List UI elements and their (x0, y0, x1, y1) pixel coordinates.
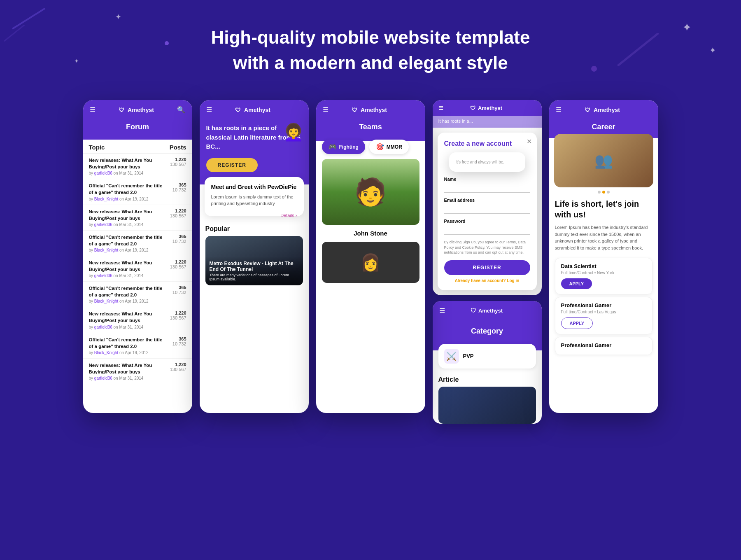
dot-1 (598, 191, 601, 194)
forum-row: Official "Can't remember the title of a … (83, 333, 192, 359)
modal-bg-text: It has roots in a... (433, 116, 542, 128)
apply-button-2[interactable]: APPLY (561, 317, 593, 329)
brand-logo: 🛡 Amethyst (235, 107, 270, 113)
shield-icon: 🛡 (119, 107, 124, 113)
tab-fighting[interactable]: 🎮 Fighting (322, 140, 365, 154)
pvp-icon: ⚔️ (444, 349, 459, 364)
player-image: 🧑 (322, 159, 419, 225)
modal-title: Create a new account (444, 140, 530, 147)
brand-logo: 🛡 Amethyst (471, 308, 503, 314)
phone1-header: ☰ 🛡 Amethyst 🔍 (83, 100, 192, 119)
career-tagline: Life is short, let's join with us! (549, 197, 658, 222)
article-section-title: Article (433, 373, 542, 387)
category-item-pvp: ⚔️ PVP (438, 344, 536, 369)
forum-row: New releases: What Are You Buying/Post y… (83, 205, 192, 231)
shield-icon: 🛡 (235, 107, 241, 113)
modal-login-text: Already have an account? Log in (444, 278, 530, 283)
search-icon[interactable]: 🔍 (177, 106, 185, 114)
apply-button-1[interactable]: APPLY (561, 278, 592, 289)
career-banner-image: 👥 (554, 134, 653, 187)
job-meta-2: Full time/Contract • Las Vegas (561, 310, 646, 314)
register-modal: ✕ Create a new account It's free and alw… (438, 133, 537, 290)
email-label: Email address (444, 198, 530, 203)
hamburger-icon[interactable]: ☰ (438, 105, 443, 111)
name-label: Name (444, 177, 530, 182)
phones-showcase: ☰ 🛡 Amethyst 🔍 Forum Topic Posts New rel… (0, 92, 741, 448)
job-card-1: Data Scientist Full time/Contract • New … (555, 258, 652, 294)
hamburger-icon[interactable]: ☰ (90, 106, 96, 114)
forum-table-header: Topic Posts (83, 140, 192, 154)
name-field: Name (444, 177, 530, 198)
job-card-3: Professional Gamer (555, 337, 652, 355)
dot-2 (602, 191, 605, 194)
phone-blog: ☰ 🛡 Amethyst It has roots in a piece of … (200, 100, 309, 413)
brand-logo: 🛡 Amethyst (470, 105, 502, 111)
phone-teams: ☰ 🛡 Amethyst Teams 🎮 Fighting 🎯 MMOR 🧑 (316, 100, 425, 413)
email-field: Email address (444, 198, 530, 219)
forum-row: Official "Can't remember the title of a … (83, 231, 192, 256)
player-name: John Stone (316, 228, 425, 240)
modal-bg-header: ☰ 🛡 Amethyst (433, 100, 542, 116)
hero-section: High-quality mobile website template wit… (0, 0, 741, 92)
hamburger-icon[interactable]: ☰ (556, 106, 562, 114)
phone-category: ☰ 🛡 Amethyst Category ⚔️ PVP Article (433, 301, 542, 424)
career-description: Lorem Ipsum has been the industry's stan… (549, 222, 658, 255)
modal-subtitle: It's free and always will be. (449, 152, 525, 172)
modal-close-button[interactable]: ✕ (527, 138, 532, 145)
forum-title: Forum (83, 119, 192, 140)
phone-career: ☰ 🛡 Amethyst Career 👥 Life is short, let… (549, 100, 658, 413)
article-image (438, 387, 536, 424)
hamburger-icon[interactable]: ☰ (206, 106, 212, 114)
player-silhouette: 🧑 (322, 159, 419, 225)
job-title-3: Professional Gamer (561, 342, 646, 348)
shield-icon: 🛡 (471, 308, 476, 314)
details-link[interactable]: Details › (280, 213, 297, 218)
teams-tabs: 🎮 Fighting 🎯 MMOR (316, 135, 425, 154)
phone2-header: ☰ 🛡 Amethyst (200, 100, 309, 119)
phone-stack-4: ☰ 🛡 Amethyst It has roots in a... ✕ Crea… (433, 100, 542, 424)
brand-logo: 🛡 Amethyst (585, 107, 620, 113)
category-section-title: Category (433, 327, 542, 342)
job-title-1: Data Scientist (561, 263, 646, 269)
fighting-icon: 🎮 (329, 143, 337, 151)
hero-title: High-quality mobile website template wit… (8, 25, 733, 75)
brand-logo: 🛡 Amethyst (352, 107, 387, 113)
player-image-2: 👩 (322, 242, 419, 283)
carousel-dots (549, 187, 658, 197)
phone-register: ☰ 🛡 Amethyst It has roots in a... ✕ Crea… (433, 100, 542, 295)
password-input[interactable] (444, 224, 530, 235)
job-meta-1: Full time/Contract • New York (561, 271, 646, 275)
forum-body: Topic Posts New releases: What Are You B… (83, 140, 192, 384)
password-field: Password (444, 219, 530, 240)
shield-icon: 🛡 (352, 107, 357, 113)
blog-card: Meet and Greet with PewDiePie Lorem Ipsu… (205, 177, 304, 216)
forum-row: New releases: What Are You Buying/Post y… (83, 256, 192, 282)
tos-text: By clicking Sign Up, you agree to our Te… (444, 240, 530, 255)
blog-header-content: It has roots in a piece of classical Lat… (200, 119, 309, 184)
avatar-decoration: 👩‍🦱 (283, 123, 304, 142)
forum-row: New releases: What Are You Buying/Post y… (83, 359, 192, 384)
forum-row: Official "Can't remember the title of a … (83, 282, 192, 307)
blog-card-body: Lorem Ipsum is simply dummy text of the … (211, 194, 297, 207)
hamburger-icon[interactable]: ☰ (323, 106, 329, 114)
shield-icon: 🛡 (470, 105, 475, 111)
mmor-icon: 🎯 (376, 143, 384, 151)
job-card-2: Professional Gamer Full time/Contract • … (555, 297, 652, 334)
blog-card-title: Meet and Greet with PewDiePie (211, 184, 297, 190)
job-title-2: Professional Gamer (561, 302, 646, 308)
name-input[interactable] (444, 182, 530, 193)
login-link[interactable]: Log in (507, 278, 519, 283)
shield-icon: 🛡 (585, 107, 590, 113)
phone-forum: ☰ 🛡 Amethyst 🔍 Forum Topic Posts New rel… (83, 100, 192, 413)
popular-image: Metro Exodus Review - Light At The End O… (205, 236, 303, 285)
article-overlay: Metro Exodus Review - Light At The End O… (205, 257, 303, 285)
tab-mmor[interactable]: 🎯 MMOR (369, 140, 409, 154)
email-input[interactable] (444, 203, 530, 214)
category-header: ☰ 🛡 Amethyst (433, 301, 542, 327)
cat-pvp-label: PVP (463, 353, 474, 359)
hamburger-icon[interactable]: ☰ (439, 307, 445, 315)
register-button[interactable]: REGISTER (206, 158, 258, 172)
modal-register-button[interactable]: REGISTER (444, 260, 530, 275)
popular-section-title: Popular (200, 222, 309, 236)
phone3-header: ☰ 🛡 Amethyst (316, 100, 425, 119)
